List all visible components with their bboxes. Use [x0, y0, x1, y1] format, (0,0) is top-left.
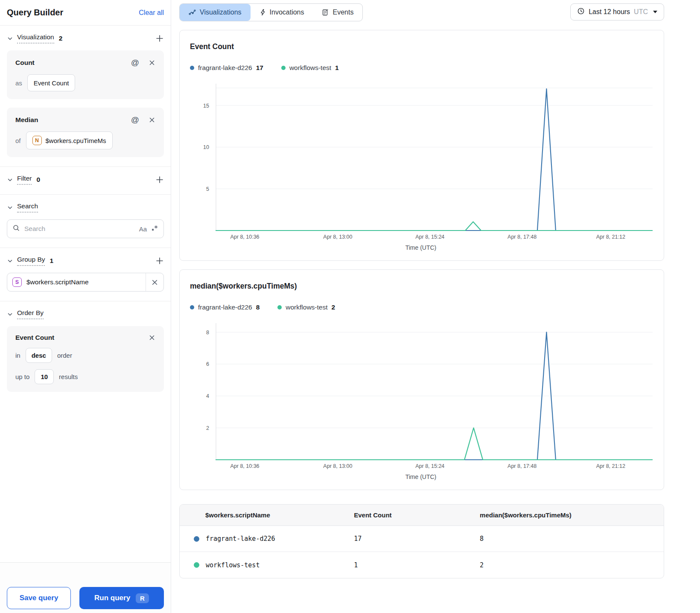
main-content: Visualizations Invocations Events Last 1… — [179, 0, 664, 578]
add-group-by-button[interactable] — [155, 257, 164, 265]
chevron-down-icon[interactable] — [7, 311, 13, 318]
median-field-value: $workers.cpuTimeMs — [46, 137, 106, 144]
add-filter-button[interactable] — [155, 175, 164, 184]
visualization-card-count: Count @ as Event Count — [7, 50, 164, 99]
tab-invocations[interactable]: Invocations — [251, 4, 313, 21]
tab-label: Events — [332, 9, 353, 16]
svg-text:Apr 8, 15:24: Apr 8, 15:24 — [415, 463, 444, 469]
order-by-field: Event Count — [15, 334, 149, 342]
search-input[interactable] — [24, 225, 135, 233]
order-by-section-label: Order By — [17, 309, 44, 319]
regex-toggle-icon[interactable] — [151, 225, 158, 234]
legend-name: fragrant-lake-d226 — [198, 304, 252, 311]
time-range-label: Last 12 hours — [589, 8, 630, 16]
close-icon[interactable] — [149, 59, 155, 66]
visualization-card-title: Median — [15, 116, 131, 124]
sort-direction-select[interactable]: desc — [26, 348, 52, 363]
svg-text:Apr 8, 21:12: Apr 8, 21:12 — [596, 234, 625, 240]
tab-visualizations[interactable]: Visualizations — [180, 4, 251, 21]
caret-down-icon — [653, 11, 657, 13]
run-shortcut-badge: R — [136, 593, 149, 603]
run-query-button[interactable]: Run query R — [79, 587, 164, 609]
result-limit-input[interactable]: 10 — [35, 369, 54, 384]
svg-text:Apr 8, 13:00: Apr 8, 13:00 — [323, 463, 352, 469]
series-dot — [190, 305, 194, 309]
visualization-count: 2 — [59, 35, 63, 42]
legend-value: 8 — [256, 304, 260, 311]
chart-title: median($workers.cpuTimeMs) — [190, 282, 652, 291]
svg-text:Apr 8, 21:12: Apr 8, 21:12 — [596, 463, 625, 469]
chevron-down-icon[interactable] — [7, 177, 13, 183]
median-field-selector[interactable]: N $workers.cpuTimeMs — [26, 131, 113, 149]
svg-text:Apr 8, 10:36: Apr 8, 10:36 — [230, 234, 259, 240]
group-by-count: 1 — [50, 257, 53, 265]
sidebar-scroll-area: Visualization 2 Count @ as — [0, 26, 171, 562]
visualization-alias-field[interactable]: Event Count — [27, 74, 76, 91]
at-icon[interactable]: @ — [131, 115, 139, 125]
results-label: results — [59, 373, 78, 380]
search-section: Search Aa — [0, 194, 171, 248]
chevron-down-icon[interactable] — [7, 35, 13, 42]
chevron-down-icon[interactable] — [7, 204, 13, 211]
table-row: workflows-test 1 2 — [180, 552, 664, 578]
tab-label: Invocations — [270, 9, 304, 16]
event-count-line-chart: 51015Apr 8, 10:36Apr 8, 13:00Apr 8, 15:2… — [190, 84, 652, 243]
search-section-label: Search — [17, 202, 38, 213]
event-count-chart-card: Event Count fragrant-lake-d226 17 workfl… — [179, 30, 664, 261]
series-dot — [194, 536, 199, 542]
order-by-card: Event Count in desc order up to 10 resul… — [7, 326, 164, 392]
chevron-down-icon[interactable] — [7, 258, 13, 264]
string-type-icon: S — [12, 277, 22, 287]
legend-name: workflows-test — [289, 64, 331, 72]
number-type-icon: N — [32, 136, 42, 145]
at-icon[interactable]: @ — [131, 58, 139, 67]
legend-value: 2 — [331, 304, 335, 311]
chart-legend: fragrant-lake-d226 17 workflows-test 1 — [190, 64, 652, 72]
close-icon[interactable] — [149, 334, 155, 341]
group-by-section: Group By 1 S $workers.scriptName — [0, 248, 171, 301]
clock-icon — [577, 7, 585, 17]
match-case-toggle[interactable]: Aa — [139, 225, 147, 233]
up-to-label: up to — [15, 373, 29, 380]
of-label: of — [15, 137, 21, 144]
legend-item-workflows-test[interactable]: workflows-test 1 — [281, 64, 339, 72]
svg-text:8: 8 — [206, 330, 209, 336]
legend-item-fragrant-lake[interactable]: fragrant-lake-d226 17 — [190, 64, 263, 72]
add-visualization-button[interactable] — [155, 34, 164, 43]
svg-text:6: 6 — [206, 361, 209, 367]
chart-legend: fragrant-lake-d226 8 workflows-test 2 — [190, 304, 652, 311]
save-query-button[interactable]: Save query — [7, 587, 71, 609]
group-by-item[interactable]: S $workers.scriptName — [7, 273, 164, 292]
filter-count: 0 — [36, 176, 40, 184]
tab-events[interactable]: Events — [313, 4, 362, 21]
event-count-cell: 1 — [354, 561, 480, 569]
sidebar-header: Query Builder Clear all — [0, 0, 171, 26]
group-by-field-value: $workers.scriptName — [26, 278, 141, 286]
group-by-section-label: Group By — [17, 256, 45, 266]
clear-all-link[interactable]: Clear all — [139, 9, 164, 17]
as-label: as — [15, 79, 22, 87]
query-builder-sidebar: Query Builder Clear all Visualization 2 … — [0, 0, 171, 613]
column-header-median: median($workers.cpuTimeMs) — [480, 511, 664, 519]
legend-item-fragrant-lake[interactable]: fragrant-lake-d226 8 — [190, 304, 260, 311]
order-label: order — [57, 352, 72, 359]
close-icon[interactable] — [149, 117, 155, 123]
svg-text:Apr 8, 13:00: Apr 8, 13:00 — [323, 234, 352, 240]
event-count-cell: 17 — [354, 535, 480, 543]
search-icon — [12, 224, 20, 234]
timezone-label: UTC — [634, 8, 648, 16]
search-box: Aa — [7, 219, 164, 238]
svg-text:Apr 8, 17:48: Apr 8, 17:48 — [508, 463, 537, 469]
visualization-card-median: Median @ of N $workers.cpuTimeMs — [7, 108, 164, 157]
legend-value: 1 — [335, 64, 339, 72]
svg-text:Apr 8, 17:48: Apr 8, 17:48 — [508, 234, 537, 240]
remove-group-by-button[interactable] — [146, 273, 163, 291]
time-range-picker[interactable]: Last 12 hours UTC — [570, 3, 664, 20]
median-cell: 8 — [480, 535, 664, 543]
column-header-event-count: Event Count — [354, 511, 480, 519]
visualization-alias-value: Event Count — [34, 79, 69, 87]
legend-item-workflows-test[interactable]: workflows-test 2 — [277, 304, 335, 311]
series-dot — [194, 562, 199, 568]
chart-title: Event Count — [190, 42, 652, 51]
visualization-section-label: Visualization — [17, 33, 54, 44]
